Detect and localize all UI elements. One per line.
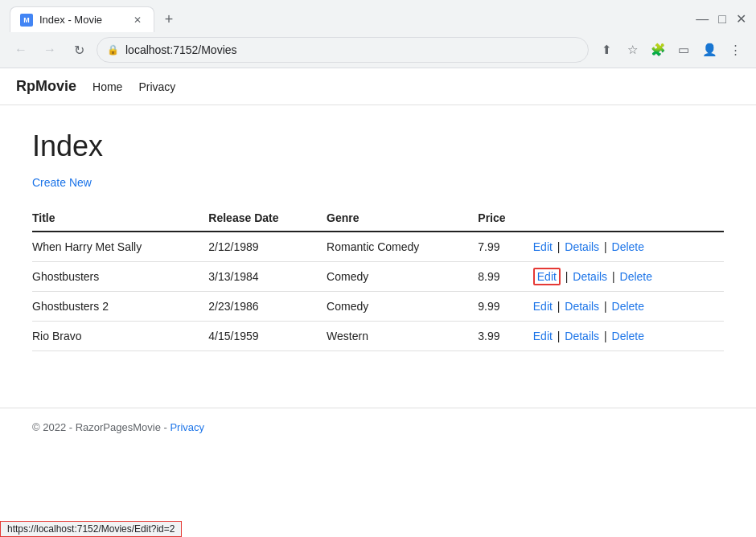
page-wrapper: RpMovie Home Privacy Index Create New Ti… — [0, 68, 756, 486]
navbar: RpMovie Home Privacy — [0, 68, 756, 105]
new-tab-button[interactable]: + — [158, 8, 180, 31]
title-bar: M Index - Movie ✕ + — □ ✕ — [0, 0, 756, 32]
minimize-button[interactable]: — — [696, 13, 709, 26]
cell-release-date: 2/23/1986 — [208, 292, 327, 322]
edit-link[interactable]: Edit — [533, 240, 553, 253]
brand-link[interactable]: RpMovie — [16, 78, 76, 95]
details-link[interactable]: Details — [573, 270, 607, 283]
cell-actions: Edit | Details | Delete — [533, 322, 724, 351]
cell-title: Ghostbusters — [32, 262, 208, 292]
nav-home-link[interactable]: Home — [92, 80, 122, 93]
browser-toolbar-icons: ⬆ ☆ 🧩 ▭ 👤 ⋮ — [595, 39, 746, 61]
table-row: Ghostbusters3/13/1984Comedy8.99Edit | De… — [32, 262, 724, 292]
cell-price: 3.99 — [478, 322, 532, 351]
col-genre: Genre — [327, 205, 478, 232]
cell-price: 7.99 — [478, 232, 532, 262]
cell-genre: Comedy — [327, 262, 478, 292]
action-separator: | — [601, 240, 610, 253]
delete-link[interactable]: Delete — [612, 240, 644, 253]
cell-actions: Edit | Details | Delete — [533, 262, 724, 292]
edit-link[interactable]: Edit — [533, 268, 561, 285]
close-button[interactable]: ✕ — [736, 13, 746, 26]
cell-price: 8.99 — [478, 262, 532, 292]
lock-icon: 🔒 — [107, 44, 119, 55]
browser-tab[interactable]: M Index - Movie ✕ — [10, 6, 154, 32]
nav-privacy-link[interactable]: Privacy — [138, 80, 175, 93]
address-bar[interactable]: 🔒 localhost:7152/Movies — [97, 37, 589, 63]
extension-icon[interactable]: 🧩 — [647, 39, 669, 61]
address-bar-row: ← → ↻ 🔒 localhost:7152/Movies ⬆ ☆ 🧩 ▭ 👤 … — [0, 32, 756, 68]
cell-title: When Harry Met Sally — [32, 232, 208, 262]
main-content: Index Create New Title Release Date Genr… — [0, 105, 756, 375]
delete-link[interactable]: Delete — [612, 300, 644, 313]
menu-icon[interactable]: ⋮ — [724, 39, 746, 61]
table-header: Title Release Date Genre Price — [32, 205, 724, 232]
action-separator: | — [601, 300, 610, 313]
cell-actions: Edit | Details | Delete — [533, 292, 724, 322]
edit-link[interactable]: Edit — [533, 300, 553, 313]
forward-button[interactable]: → — [39, 39, 61, 61]
browser-chrome: M Index - Movie ✕ + — □ ✕ ← → ↻ 🔒 localh… — [0, 0, 756, 68]
action-separator: | — [609, 270, 618, 283]
action-separator: | — [554, 330, 563, 342]
tab-title: Index - Movie — [39, 14, 102, 26]
cast-icon[interactable]: ▭ — [672, 39, 695, 61]
table-body: When Harry Met Sally2/12/1989Romantic Co… — [32, 232, 724, 351]
col-price: Price — [478, 205, 532, 232]
action-separator: | — [601, 330, 610, 342]
profile-icon[interactable]: 👤 — [698, 39, 721, 61]
table-row: When Harry Met Sally2/12/1989Romantic Co… — [32, 232, 724, 262]
cell-genre: Western — [327, 322, 478, 351]
tab-close-button[interactable]: ✕ — [131, 14, 144, 27]
window-controls: — □ ✕ — [696, 13, 746, 26]
col-actions — [533, 205, 724, 232]
create-new-link[interactable]: Create New — [32, 176, 92, 189]
col-release-date: Release Date — [208, 205, 327, 232]
table-row: Ghostbusters 22/23/1986Comedy9.99Edit | … — [32, 292, 724, 322]
action-separator: | — [554, 240, 563, 253]
bookmark-icon[interactable]: ☆ — [621, 39, 643, 61]
maximize-button[interactable]: □ — [718, 13, 726, 26]
cell-genre: Comedy — [327, 292, 478, 322]
cell-release-date: 3/13/1984 — [208, 262, 327, 292]
delete-link[interactable]: Delete — [612, 330, 644, 342]
cell-actions: Edit | Details | Delete — [533, 232, 724, 262]
col-title: Title — [32, 205, 208, 232]
cell-title: Rio Bravo — [32, 322, 208, 351]
footer-privacy-link[interactable]: Privacy — [170, 421, 204, 433]
footer: © 2022 - RazorPagesMovie - Privacy — [0, 408, 756, 446]
refresh-button[interactable]: ↻ — [68, 39, 90, 61]
cell-price: 9.99 — [478, 292, 532, 322]
share-icon[interactable]: ⬆ — [595, 39, 618, 61]
movies-table: Title Release Date Genre Price When Harr… — [32, 205, 724, 351]
details-link[interactable]: Details — [565, 330, 599, 342]
action-separator: | — [554, 300, 563, 313]
details-link[interactable]: Details — [565, 300, 599, 313]
table-row: Rio Bravo4/15/1959Western3.99Edit | Deta… — [32, 322, 724, 351]
back-button[interactable]: ← — [10, 39, 32, 61]
cell-release-date: 2/12/1989 — [208, 232, 327, 262]
action-separator: | — [562, 270, 571, 283]
edit-link[interactable]: Edit — [533, 330, 553, 342]
footer-text: © 2022 - RazorPagesMovie - — [32, 421, 170, 433]
cell-genre: Romantic Comedy — [327, 232, 478, 262]
tab-favicon: M — [20, 14, 33, 27]
cell-release-date: 4/15/1959 — [208, 322, 327, 351]
address-text: localhost:7152/Movies — [125, 43, 578, 56]
page-title: Index — [32, 129, 724, 163]
delete-link[interactable]: Delete — [620, 270, 652, 283]
cell-title: Ghostbusters 2 — [32, 292, 208, 322]
details-link[interactable]: Details — [565, 240, 599, 253]
